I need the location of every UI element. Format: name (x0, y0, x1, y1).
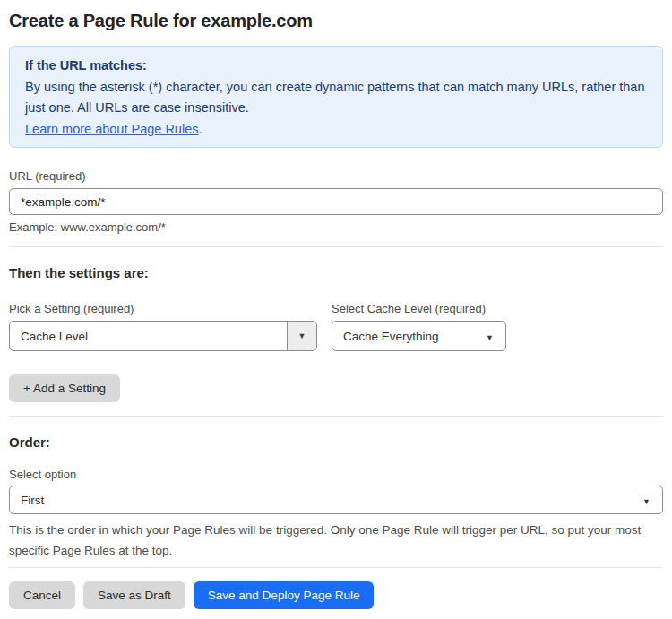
pick-setting-value: Cache Level (10, 330, 287, 343)
info-box-link-row: Learn more about Page Rules. (25, 119, 647, 141)
settings-row: Pick a Setting (required) Cache Level ▼ … (9, 302, 663, 351)
divider (9, 246, 663, 247)
pick-setting-select[interactable]: Cache Level ▼ (9, 321, 317, 351)
info-box-body: By using the asterisk (*) character, you… (25, 77, 647, 119)
divider (9, 567, 663, 568)
settings-heading: Then the settings are: (9, 265, 663, 280)
form-actions: Cancel Save as Draft Save and Deploy Pag… (9, 581, 663, 609)
pick-setting-label: Pick a Setting (required) (9, 302, 317, 315)
learn-more-link[interactable]: Learn more about Page Rules (25, 122, 198, 136)
caret-down-icon: ▼ (642, 494, 662, 507)
url-match-info-box: If the URL matches: By using the asteris… (9, 46, 663, 148)
info-box-heading: If the URL matches: (25, 56, 647, 77)
cancel-button[interactable]: Cancel (9, 581, 75, 609)
url-input[interactable] (9, 188, 663, 215)
link-suffix: . (198, 122, 202, 136)
save-deploy-button[interactable]: Save and Deploy Page Rule (194, 581, 375, 609)
add-setting-button[interactable]: + Add a Setting (9, 374, 120, 402)
cache-level-select[interactable]: Cache Everything ▼ (332, 321, 506, 351)
divider (9, 416, 663, 417)
save-draft-button[interactable]: Save as Draft (83, 581, 185, 609)
order-value: First (10, 494, 642, 507)
order-help-text: This is the order in which your Page Rul… (9, 520, 663, 561)
cache-level-value: Cache Everything (332, 330, 486, 343)
url-example-hint: Example: www.example.com/* (9, 220, 663, 234)
pick-setting-column: Pick a Setting (required) Cache Level ▼ (9, 302, 317, 351)
order-label: Select option (9, 468, 663, 481)
order-select[interactable]: First ▼ (9, 486, 663, 514)
cache-level-column: Select Cache Level (required) Cache Ever… (332, 302, 506, 351)
url-label: URL (required) (9, 169, 663, 183)
page-title: Create a Page Rule for example.com (9, 11, 663, 31)
order-heading: Order: (9, 434, 663, 450)
cache-level-label: Select Cache Level (required) (332, 302, 506, 315)
caret-down-icon[interactable]: ▼ (287, 322, 316, 350)
caret-down-icon: ▼ (486, 330, 505, 343)
page-rule-form: Create a Page Rule for example.com If th… (9, 11, 663, 609)
